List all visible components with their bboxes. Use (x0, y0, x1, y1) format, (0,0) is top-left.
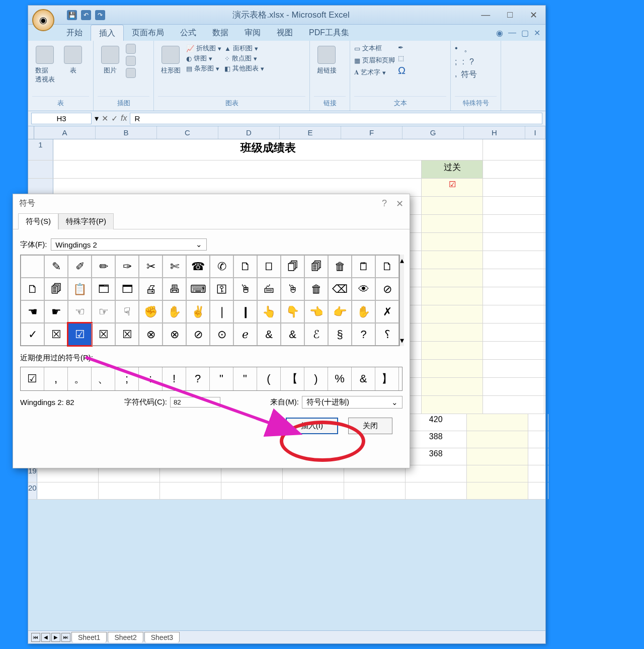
tab-view[interactable]: 视图 (269, 25, 301, 41)
row-2-header[interactable] (28, 160, 53, 178)
symbol-cell[interactable]: 🖰 (281, 278, 304, 300)
tab-review[interactable]: 审阅 (236, 25, 269, 41)
recent-symbol[interactable]: ☑ (21, 367, 44, 390)
symbol-cell[interactable]: ⚿ (210, 278, 233, 300)
row-header[interactable]: 20 (28, 482, 37, 499)
symbol-cell[interactable]: ✗ (375, 300, 399, 323)
recent-symbol[interactable]: 、 (92, 367, 115, 390)
recent-symbol[interactable]: " (210, 367, 233, 390)
sheet-tab-3[interactable]: Sheet3 (144, 632, 180, 642)
symbol-cell[interactable]: ℯ (233, 323, 257, 346)
object-icon[interactable]: ⬚ (398, 54, 406, 62)
symbol-cell[interactable]: 🗖 (115, 278, 139, 300)
symbol-cell[interactable]: 🗐 (44, 278, 68, 300)
symbol-cell[interactable]: ⊙ (210, 323, 233, 346)
symbol-cell[interactable]: 🗋 (21, 278, 44, 300)
bar-chart-button[interactable]: ▤ 条形图 ▾ (186, 64, 221, 73)
tab-insert[interactable]: 插入 (91, 25, 124, 41)
symbol-cell[interactable]: 🖷 (163, 278, 186, 300)
symbol-cell[interactable]: ☎ (186, 255, 210, 278)
accept-formula-icon[interactable]: ✓ (111, 114, 118, 123)
textbox-button[interactable]: ▭ 文本框 (354, 44, 395, 53)
symbol-cell[interactable]: § (328, 323, 352, 346)
symbol-button[interactable]: 符号 (461, 69, 477, 80)
symbol-cell[interactable]: ⊘ (186, 323, 210, 346)
tab-home[interactable]: 开始 (58, 25, 91, 41)
doc-close-icon[interactable]: ✕ (534, 28, 540, 38)
smartart-icon[interactable] (126, 68, 136, 78)
symbol-cell[interactable]: ☞ (92, 300, 115, 323)
symbol-cell[interactable]: ? (352, 323, 375, 346)
symbol-cell[interactable]: ✋ (163, 300, 186, 323)
cell[interactable]: 368 (406, 448, 467, 465)
symbol-cell[interactable]: ⌫ (328, 278, 352, 300)
sig-line-icon[interactable]: ✒ (398, 44, 406, 51)
col-A[interactable]: A (34, 126, 96, 139)
symbol-cell[interactable]: 🗑 (304, 278, 328, 300)
cell[interactable] (283, 482, 344, 499)
select-all-corner[interactable] (28, 126, 34, 139)
doc-min-icon[interactable]: — (508, 28, 516, 37)
recent-symbol[interactable]: : (139, 367, 163, 390)
omega-button[interactable]: Ω (398, 65, 406, 76)
symbol-cell[interactable]: ✄ (163, 255, 186, 278)
symbol-cell[interactable]: 🗔 (92, 278, 115, 300)
symbol-cell[interactable]: 🗍 (281, 255, 304, 278)
cell[interactable] (467, 482, 528, 499)
recent-symbol[interactable]: 】 (375, 367, 399, 390)
symbol-cell[interactable]: ✎ (44, 255, 68, 278)
cell[interactable] (528, 414, 548, 431)
symbol-cell[interactable]: ❙ (233, 300, 257, 323)
cell[interactable] (467, 431, 528, 448)
symbol-cell[interactable]: 🗐 (304, 255, 328, 278)
maximize-button[interactable]: □ (503, 9, 517, 22)
pie-chart-button[interactable]: ◐ 饼图 ▾ (186, 54, 221, 63)
symbol-cell[interactable]: 📋 (68, 278, 92, 300)
symbol-cell[interactable]: ✋ (352, 300, 375, 323)
table-button[interactable]: 表 (60, 44, 86, 77)
sheet-tab-2[interactable]: Sheet2 (108, 632, 143, 642)
checkmark-cell[interactable]: ☑ (422, 179, 483, 196)
cell[interactable] (99, 482, 160, 499)
symbol-cell[interactable]: 🗋 (233, 255, 257, 278)
col-H[interactable]: H (464, 126, 525, 139)
col-E[interactable]: E (280, 126, 341, 139)
sheet-next-icon[interactable]: ▶ (51, 633, 60, 642)
recent-symbol[interactable]: ; (115, 367, 139, 390)
name-box[interactable]: H3 (31, 113, 92, 124)
symbol-cell[interactable]: ⊗ (139, 323, 163, 346)
tab-data[interactable]: 数据 (204, 25, 236, 41)
symbol-cell[interactable]: 👈 (304, 300, 328, 323)
symbol-cell[interactable]: 👆 (257, 300, 281, 323)
office-button[interactable]: ◉ (32, 9, 54, 31)
cell[interactable]: 420 (406, 414, 467, 431)
sym-colon[interactable]: : (462, 57, 464, 66)
cell[interactable] (467, 465, 528, 482)
from-select[interactable]: 符号(十进制)⌄ (302, 396, 403, 409)
cancel-formula-icon[interactable]: ✕ (102, 114, 108, 123)
cell[interactable] (37, 482, 99, 499)
header-pass[interactable]: 过关 (422, 160, 483, 178)
symbol-cell[interactable]: ⊘ (375, 278, 399, 300)
symbol-cell[interactable]: ☜ (68, 300, 92, 323)
recent-symbol[interactable]: , (44, 367, 68, 390)
insert-button[interactable]: 插入(I) (286, 418, 338, 434)
recent-symbol[interactable]: & (352, 367, 375, 390)
picture-button[interactable]: 图片 (98, 44, 123, 77)
column-chart-button[interactable]: 柱形图 (158, 44, 183, 77)
undo-icon[interactable]: ↶ (81, 10, 91, 20)
doc-max-icon[interactable]: ▢ (521, 28, 529, 38)
dialog-tab-symbols[interactable]: 符号(S) (18, 213, 58, 229)
symbol-cell[interactable]: ✑ (115, 255, 139, 278)
symbol-cell[interactable]: 🖨 (139, 278, 163, 300)
symbol-cell[interactable]: ✌ (186, 300, 210, 323)
symbol-cell[interactable]: ✊ (139, 300, 163, 323)
col-D[interactable]: D (218, 126, 280, 139)
sheet-prev-icon[interactable]: ◀ (41, 633, 50, 642)
minimize-button[interactable]: — (477, 9, 494, 22)
symbol-cell[interactable]: ☟ (115, 300, 139, 323)
dialog-help-icon[interactable]: ? (382, 198, 387, 209)
shapes-icon[interactable] (126, 56, 136, 66)
recent-symbol[interactable]: ( (257, 367, 281, 390)
pivot-table-button[interactable]: 数据 透视表 (32, 44, 57, 86)
